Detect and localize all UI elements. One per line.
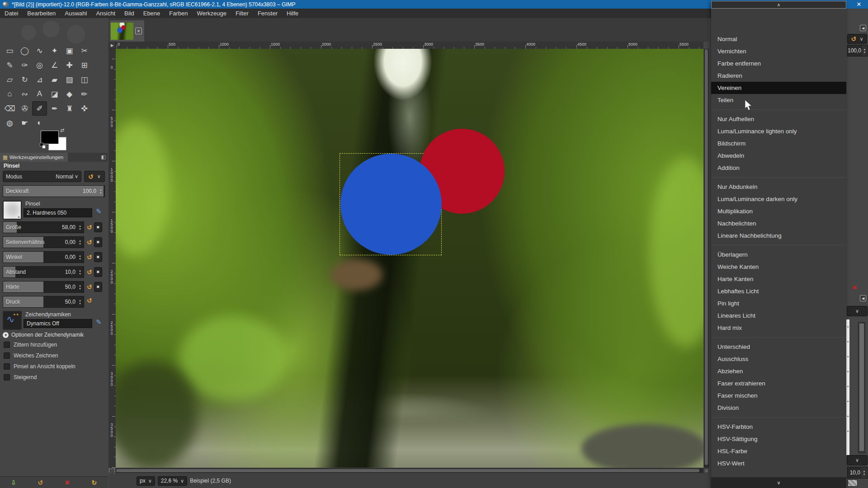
ruler-corner-button[interactable]: ▶ — [108, 42, 116, 49]
dynamics-name-field[interactable]: Dynamics Off — [24, 319, 92, 328]
panel-menu-icon[interactable]: ◧ — [101, 154, 106, 160]
slider-abstand[interactable]: Abstand10,0▴▾ — [3, 266, 84, 278]
tool-pencil[interactable]: ✏ — [77, 87, 92, 101]
blend-mode-item-addition[interactable]: Addition — [711, 162, 846, 174]
reset-options-button[interactable]: ↻ — [91, 479, 97, 486]
blend-mode-item-hsv-sättigung[interactable]: HSV-Sättigung — [711, 433, 846, 445]
dynamics-link-icon[interactable]: ✖ — [94, 282, 102, 292]
dynamics-link-icon[interactable]: ✖ — [94, 237, 102, 247]
slider-seitenverhältnis[interactable]: Seitenverhältnis0,00▴▾ — [3, 236, 84, 248]
navigation-button[interactable]: ◲ — [704, 468, 709, 473]
blend-mode-item-hsv-farbton[interactable]: HSV-Farbton — [711, 421, 846, 433]
dock-dropdown[interactable]: ∨ — [847, 306, 868, 316]
spinner-arrows[interactable]: ▴▾ — [98, 186, 104, 197]
spinner-arrows[interactable]: ▴▾ — [77, 252, 83, 263]
dynamics-thumbnail[interactable]: ∿ ✦✦ — [3, 311, 22, 330]
dock-dropdown[interactable]: ∨ — [847, 455, 868, 465]
unit-select[interactable]: px ∨ — [137, 476, 155, 486]
blend-mode-item-weiche-kanten[interactable]: Weiche Kanten — [711, 261, 846, 273]
menu-ebene[interactable]: Ebene — [139, 9, 165, 18]
dock-opacity-spinner[interactable]: 100,0 ▴▾ — [847, 45, 868, 56]
spinner-arrows[interactable]: ▴▾ — [861, 467, 867, 478]
brush-thumbnail[interactable]: ＋ — [3, 201, 22, 220]
tool-scissors-select[interactable]: ✂ — [77, 43, 92, 58]
blend-mode-item-faser-mischen[interactable]: Faser mischen — [711, 389, 846, 402]
slider-druck[interactable]: Druck50,0▴▾ — [3, 296, 84, 308]
slider-größe[interactable]: Größe58,00▴▾ — [3, 221, 84, 233]
default-colors-icon[interactable] — [40, 143, 46, 149]
menu-werkzeuge[interactable]: Werkzeuge — [193, 9, 231, 18]
edit-dynamics-icon[interactable]: ✎ — [96, 318, 102, 326]
tab-tool-options[interactable]: ▦ Werkzeugeinstellungen — [0, 153, 68, 162]
reset-icon[interactable]: ↺ — [87, 239, 92, 246]
tool-bucket-fill[interactable]: ◪ — [47, 87, 62, 101]
tool-measure[interactable]: ∠ — [47, 58, 62, 72]
tool-ellipse-select[interactable]: ◯ — [17, 43, 32, 58]
reset-icon[interactable]: ↺ — [87, 253, 92, 261]
tool-perspective[interactable]: ▨ — [62, 72, 77, 87]
tool-rect-select[interactable]: ▭ — [2, 43, 17, 58]
canvas-image[interactable] — [116, 49, 703, 468]
tool-gradient[interactable]: ◆ — [62, 87, 77, 101]
tool-paintbrush[interactable]: ✐ — [32, 101, 47, 116]
blend-mode-item-nur-abdunkeln[interactable]: Nur Abdunkeln — [711, 181, 846, 193]
tool-smudge[interactable]: ☛ — [17, 116, 32, 130]
tool-select-by-color[interactable]: ▣ — [62, 43, 77, 58]
blend-mode-item-vereinen[interactable]: Vereinen — [711, 82, 846, 94]
blend-mode-item-teilen[interactable]: Teilen — [711, 94, 846, 106]
brush-name-field[interactable]: 2. Hardness 050 — [24, 208, 92, 217]
tool-clone[interactable]: ♜ — [62, 101, 77, 116]
swap-colors-icon[interactable]: ⇄ — [60, 127, 64, 133]
menu-fenster[interactable]: Fenster — [253, 9, 282, 18]
tool-blur-sharpen[interactable]: ◍ — [2, 116, 17, 130]
spinner-arrows[interactable]: ▴▾ — [77, 267, 83, 277]
tool-text[interactable]: A — [32, 87, 47, 101]
slider-härte[interactable]: Härte50,0▴▾ — [3, 281, 84, 293]
menu-auswahl[interactable]: Auswahl — [60, 9, 91, 18]
blend-mode-item-lineare-nachbelichtung[interactable]: Lineare Nachbelichtung — [711, 230, 846, 242]
delete-icon[interactable]: ✖ — [852, 284, 857, 291]
dynamics-link-icon[interactable]: ✖ — [94, 222, 102, 232]
blend-mode-item-harte-kanten[interactable]: Harte Kanten — [711, 273, 846, 285]
tool-zoom[interactable]: ◎ — [32, 58, 47, 72]
save-preset-button[interactable]: ⇩ — [11, 479, 16, 486]
reset-icon[interactable]: ↺ — [87, 224, 92, 231]
tool-rotate[interactable]: ↻ — [17, 72, 32, 87]
tool-paths[interactable]: ✎ — [2, 58, 17, 72]
delete-preset-button[interactable]: ✖ — [65, 479, 70, 486]
reset-icon[interactable]: ↺ — [87, 268, 92, 276]
checkbox-box[interactable] — [4, 352, 10, 359]
checkbox-pinsel-an-ansicht-koppeln[interactable]: Pinsel an Ansicht koppeln — [4, 363, 75, 370]
blend-mode-item-radieren[interactable]: Radieren — [711, 70, 846, 82]
tool-mypaint-brush[interactable]: ✒ — [47, 101, 62, 116]
dock-scrollbar[interactable] — [858, 322, 865, 453]
blend-mode-item-multiplikation[interactable]: Multiplikation — [711, 205, 846, 217]
spinner-arrows[interactable]: ▴▾ — [77, 282, 83, 292]
tool-align[interactable]: ⊞ — [77, 58, 92, 72]
blend-mode-item-ausschluss[interactable]: Ausschluss — [711, 353, 846, 365]
tool-heal[interactable]: ✜ — [77, 101, 92, 116]
tool-color-picker[interactable]: ✑ — [17, 58, 32, 72]
horizontal-scrollbar[interactable] — [116, 468, 703, 473]
foreground-color-swatch[interactable] — [41, 131, 59, 144]
blend-mode-item-nur-aufhellen[interactable]: Nur Aufhellen — [711, 113, 846, 125]
tool-eraser[interactable]: ⌫ — [2, 101, 17, 116]
restore-preset-button[interactable]: ↺ — [38, 479, 43, 486]
blend-mode-item-hsv-wert[interactable]: HSV-Wert — [711, 457, 846, 469]
blend-mode-item-überlagern[interactable]: Überlagern — [711, 249, 846, 261]
checkbox-box[interactable] — [4, 374, 10, 380]
checkbox-box[interactable] — [4, 342, 10, 348]
dock-spacing-spinner[interactable]: 10,0 ▴▾ — [847, 467, 868, 479]
blend-mode-item-vernichten[interactable]: Vernichten — [711, 45, 846, 57]
menu-bild[interactable]: Bild — [120, 9, 139, 18]
tool-free-select[interactable]: ∿ — [32, 43, 47, 58]
vertical-scrollbar[interactable] — [704, 49, 709, 468]
tool-transform-3d[interactable]: ◫ — [77, 72, 92, 87]
scroll-down-arrow[interactable]: ∨ — [711, 477, 846, 488]
blend-mode-item-hsl-farbe[interactable]: HSL-Farbe — [711, 445, 846, 457]
blend-mode-item-lebhaftes-licht[interactable]: Lebhaftes Licht — [711, 285, 846, 297]
blend-mode-item-abziehen[interactable]: Abziehen — [711, 365, 846, 377]
opacity-slider[interactable]: Deckkraft 100,0 ▴▾ — [3, 185, 105, 197]
tool-shear[interactable]: ▰ — [47, 72, 62, 87]
reset-icon[interactable]: ↺ — [87, 297, 92, 304]
